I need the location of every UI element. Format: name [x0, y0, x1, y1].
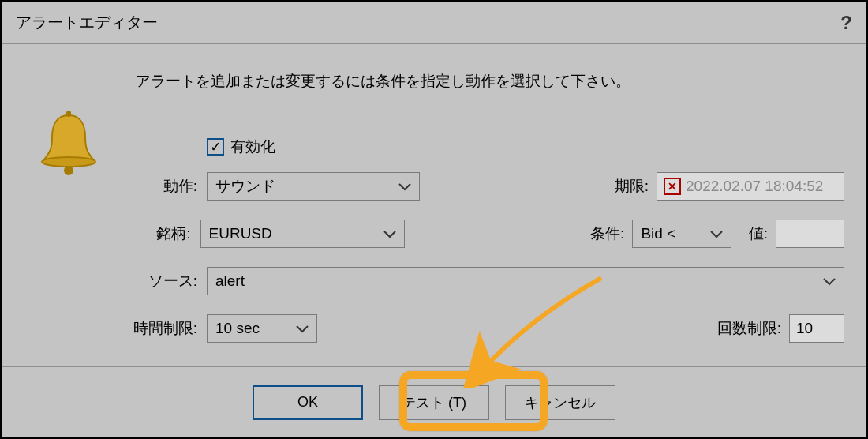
instruction-text: アラートを追加または変更するには条件を指定し動作を選択して下さい。 — [136, 71, 844, 92]
dialog-body: アラートを追加または変更するには条件を指定し動作を選択して下さい。 ✓ 有効化 … — [2, 44, 866, 366]
svg-point-1 — [42, 157, 95, 167]
action-value: サウンド — [215, 176, 275, 197]
source-label: ソース: — [35, 271, 207, 291]
x-icon[interactable]: ✕ — [664, 178, 681, 195]
enable-label: 有効化 — [230, 137, 275, 157]
ok-button[interactable]: OK — [253, 385, 363, 420]
enable-checkbox[interactable]: ✓ — [207, 138, 224, 156]
ok-label: OK — [297, 394, 318, 411]
timelimit-label: 時間制限: — [35, 318, 207, 339]
symbol-value: EURUSD — [209, 225, 272, 242]
expiry-label: 期限: — [601, 176, 657, 197]
count-label: 回数制限: — [702, 318, 789, 339]
source-combo[interactable]: alert — [207, 267, 844, 295]
source-row: ソース: alert — [35, 265, 844, 297]
enable-row: ✓ 有効化 — [207, 131, 844, 163]
title-text: アラートエディター — [16, 12, 840, 33]
chevron-down-icon — [710, 225, 723, 242]
titlebar: アラートエディター ? — [2, 2, 866, 44]
chevron-down-icon — [398, 178, 411, 195]
bell-icon — [41, 111, 96, 178]
count-field[interactable]: 10 — [789, 314, 844, 343]
symbol-row: 銘柄: EURUSD 条件: Bid < 値: — [35, 218, 844, 250]
timelimit-combo[interactable]: 10 sec — [207, 314, 317, 343]
action-row: 動作: サウンド 期限: ✕ 2022.02.07 18:04:52 — [35, 171, 844, 202]
svg-rect-0 — [66, 111, 71, 117]
test-button[interactable]: テスト (T) — [379, 385, 489, 420]
expiry-value: 2022.02.07 18:04:52 — [686, 178, 823, 195]
condition-combo[interactable]: Bid < — [632, 220, 731, 248]
button-bar: OK テスト (T) キャンセル — [2, 366, 866, 437]
expiry-field[interactable]: ✕ 2022.02.07 18:04:52 — [657, 172, 844, 201]
condition-value: Bid < — [641, 225, 675, 242]
condition-label: 条件: — [579, 223, 633, 244]
dialog-window: アラートエディター ? アラートを追加または変更するには条件を指定し動作を選択し… — [0, 0, 868, 439]
check-icon: ✓ — [210, 140, 222, 154]
chevron-down-icon — [823, 272, 836, 290]
source-value: alert — [215, 272, 245, 290]
test-label: テスト (T) — [402, 393, 466, 412]
symbol-label: 銘柄: — [35, 223, 200, 244]
action-combo[interactable]: サウンド — [207, 172, 420, 201]
chevron-down-icon — [296, 320, 309, 337]
cancel-button[interactable]: キャンセル — [505, 385, 615, 420]
timelimit-row: 時間制限: 10 sec 回数制限: 10 — [35, 313, 844, 344]
form: ✓ 有効化 動作: サウンド 期限: ✕ 2022.02.07 18:04:52 — [35, 131, 844, 344]
count-value: 10 — [796, 320, 813, 337]
cancel-label: キャンセル — [525, 393, 596, 412]
value-label: 値: — [731, 223, 776, 244]
symbol-combo[interactable]: EURUSD — [200, 220, 406, 248]
chevron-down-icon — [383, 225, 396, 242]
value-field[interactable] — [776, 220, 844, 248]
timelimit-value: 10 sec — [215, 320, 260, 337]
svg-point-2 — [64, 166, 73, 175]
action-label: 動作: — [35, 176, 207, 197]
help-button[interactable]: ? — [840, 12, 852, 34]
